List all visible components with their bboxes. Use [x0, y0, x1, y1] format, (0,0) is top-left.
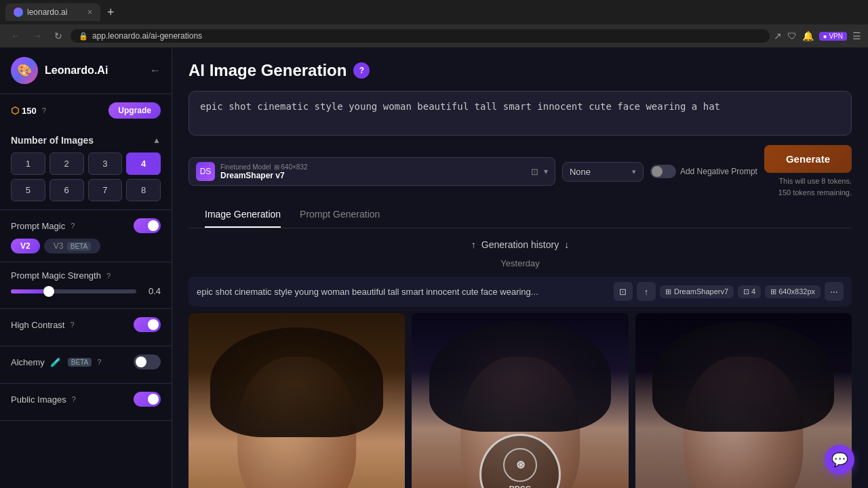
high-contrast-row: High Contrast ? [11, 317, 161, 332]
refresh-btn[interactable]: ↻ [50, 29, 66, 43]
share-btn[interactable]: ↗ [774, 30, 782, 41]
new-tab-btn[interactable]: + [103, 5, 119, 20]
prompt-magic-label: Prompt Magic [11, 221, 65, 231]
tokens-use-info: This will use 8 tokens. [778, 176, 852, 187]
tab-label: leonardo.ai [27, 7, 67, 17]
alchemy-help[interactable]: ? [97, 358, 101, 366]
model-dropdown-icon[interactable]: ▾ [544, 167, 548, 176]
strength-label-row: Prompt Magic Strength ? [11, 270, 161, 281]
num-btn-4[interactable]: 4 [126, 152, 161, 175]
entry-meta: epic shot cinematic style young woman be… [189, 277, 852, 306]
tab-image-generation[interactable]: Image Generation [205, 202, 281, 228]
alchemy-toggle[interactable] [134, 354, 161, 369]
high-contrast-toggle[interactable] [134, 317, 161, 332]
token-number: 150 [22, 106, 37, 116]
alchemy-section: Alchemy 🧪 BETA ? [0, 346, 172, 384]
tabs-row: Image Generation Prompt Generation [189, 202, 852, 228]
num-btn-1[interactable]: 1 [11, 152, 45, 175]
public-images-help[interactable]: ? [72, 395, 76, 403]
images-grid: ⊛ RRCG 人人素材 [189, 313, 852, 488]
token-count: ⬡ 150 [11, 105, 37, 116]
alchemy-thumb [136, 357, 146, 367]
address-bar[interactable]: 🔒 app.leonardo.ai/ai-generations [71, 29, 770, 43]
generate-button[interactable]: Generate [764, 145, 852, 173]
model-size-display: ⊞ 640×832 [274, 163, 308, 171]
tab-close-btn[interactable]: × [87, 7, 92, 17]
strength-label: Prompt Magic Strength [11, 270, 101, 281]
style-chevron-icon: ▾ [632, 167, 636, 176]
strength-slider-thumb[interactable] [43, 286, 54, 297]
collapse-btn[interactable]: ← [150, 64, 161, 77]
menu-btn[interactable]: ☰ [852, 30, 861, 41]
strength-slider-track[interactable] [11, 289, 136, 293]
alchemy-label: Alchemy [11, 357, 45, 367]
browser-tab[interactable]: leonardo.ai × [5, 3, 100, 21]
forward-btn[interactable]: → [28, 29, 46, 43]
num-images-chevron[interactable]: ▲ [153, 136, 161, 145]
main-content: AI Image Generation ? DS Finetuned Model [172, 47, 868, 488]
tab-prompt-generation[interactable]: Prompt Generation [300, 202, 380, 228]
prompt-magic-toggle[interactable] [134, 218, 161, 233]
beta-badge: BETA [67, 242, 91, 251]
history-entry: epic shot cinematic style young woman be… [189, 277, 852, 488]
strength-help[interactable]: ? [106, 272, 111, 280]
num-btn-8[interactable]: 8 [126, 179, 161, 201]
tokens-row: ⬡ 150 ? Upgrade [11, 102, 161, 119]
sidebar: 🎨 Leonardo.Ai ← ⬡ 150 ? Upgrade Number o… [0, 47, 172, 488]
watermark-circle: ⊛ RRCG 人人素材 [479, 434, 561, 488]
entry-more-btn[interactable]: ··· [825, 282, 844, 301]
browser-chrome: leonardo.ai × + ← → ↻ 🔒 app.leonardo.ai/… [0, 0, 868, 47]
page-title-row: AI Image Generation ? [189, 61, 852, 80]
upgrade-button[interactable]: Upgrade [108, 102, 161, 119]
vpn-badge: ● VPN [819, 32, 847, 41]
entry-size-chip: ⊞ 640x832px [765, 285, 821, 298]
image-card-3[interactable] [635, 313, 852, 488]
history-area: ↑ Generation history ↓ Yesterday epic sh… [172, 228, 868, 488]
num-btn-7[interactable]: 7 [88, 179, 123, 201]
prompt-box [189, 91, 852, 136]
entry-copy-btn[interactable]: ⊡ [614, 282, 633, 301]
strength-value: 0.4 [142, 286, 161, 296]
negative-prompt-row: Add Negative Prompt [650, 165, 757, 178]
num-btn-5[interactable]: 5 [11, 179, 45, 201]
num-btn-2[interactable]: 2 [50, 152, 84, 175]
strength-slider-container: 0.4 [11, 286, 161, 296]
entry-count: 4 [751, 287, 755, 296]
model-selector[interactable]: DS Finetuned Model ⊞ 640×832 DreamShaper… [189, 157, 555, 186]
browser-actions: ↗ 🛡 🔔 ● VPN ☰ [774, 30, 861, 41]
hc-toggle-thumb [148, 319, 159, 330]
model-name: DreamShaper v7 [220, 171, 526, 180]
shield-btn[interactable]: 🛡 [787, 30, 797, 41]
entry-size: 640x832px [778, 287, 815, 296]
back-btn[interactable]: ← [7, 29, 24, 43]
strength-section: Prompt Magic Strength ? 0.4 [0, 262, 172, 309]
title-help-btn[interactable]: ? [353, 62, 370, 79]
entry-up-btn[interactable]: ↑ [637, 282, 656, 301]
public-images-toggle[interactable] [134, 392, 161, 407]
image-card-1[interactable] [189, 313, 405, 488]
v3-btn[interactable]: V3 BETA [44, 239, 100, 253]
num-btn-3[interactable]: 3 [88, 152, 123, 175]
v2-btn[interactable]: V2 [11, 239, 40, 253]
chat-button[interactable]: 💬 [825, 445, 854, 474]
public-images-label: Public Images [11, 394, 66, 405]
brand-name: Leonardo.Ai [45, 64, 108, 77]
neg-prompt-toggle[interactable] [650, 165, 676, 178]
date-label: Yesterday [189, 258, 852, 268]
controls-row: DS Finetuned Model ⊞ 640×832 DreamShaper… [189, 145, 852, 198]
token-help-icon[interactable]: ? [42, 106, 46, 115]
section-header: Number of Images ▲ [11, 135, 161, 146]
entry-actions: ⊡ ↑ ⊞ DreamShaperv7 ⊡ 4 ⊞ 640x832px [614, 282, 844, 301]
sort-down-icon[interactable]: ↓ [564, 239, 569, 250]
style-selector[interactable]: None ▾ [562, 162, 644, 182]
prompt-magic-help[interactable]: ? [71, 222, 75, 230]
model-copy-icon[interactable]: ⊡ [531, 167, 538, 177]
num-images-title: Number of Images [11, 135, 94, 146]
sort-up-icon[interactable]: ↑ [471, 239, 476, 250]
num-btn-6[interactable]: 6 [50, 179, 84, 201]
high-contrast-help[interactable]: ? [70, 321, 74, 329]
prompt-input[interactable] [200, 101, 840, 123]
number-grid: 1 2 3 4 5 6 7 8 [11, 152, 161, 201]
alert-btn[interactable]: 🔔 [802, 30, 814, 41]
main-header: AI Image Generation ? DS Finetuned Model [172, 47, 868, 228]
